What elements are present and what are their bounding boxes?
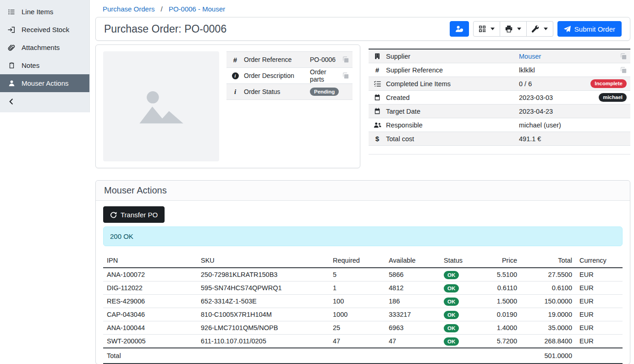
sidebar-item[interactable]: Line Items bbox=[0, 3, 89, 21]
cell-status: OK bbox=[440, 321, 477, 335]
hash-icon: # bbox=[230, 56, 240, 64]
ok-badge: OK bbox=[444, 311, 459, 319]
sign-in-icon bbox=[7, 26, 16, 33]
total-value: 501.0000 bbox=[521, 348, 576, 364]
cell-total: 35.0000 bbox=[521, 321, 576, 335]
copy-icon[interactable] bbox=[620, 53, 627, 60]
main-content: Purchase Orders / PO-0006 - Mouser Purch… bbox=[90, 0, 634, 364]
page-header-panel: Purchase Order: PO-0006 bbox=[95, 17, 630, 41]
cell-sku: 810-C1005X7R1H104M bbox=[197, 308, 329, 321]
detail-value: lklklkl bbox=[519, 66, 617, 74]
copy-icon[interactable] bbox=[620, 67, 627, 73]
cell-total: 19.0000 bbox=[521, 308, 576, 321]
sidebar-item[interactable]: Mouser Actions bbox=[0, 74, 89, 92]
cell-required: 1000 bbox=[329, 308, 385, 321]
ok-badge: OK bbox=[444, 298, 459, 306]
cell-ipn: CAP-043046 bbox=[103, 308, 197, 321]
caret-down-icon bbox=[517, 28, 521, 30]
ok-badge: OK bbox=[444, 324, 459, 332]
ok-badge: OK bbox=[444, 271, 459, 279]
table-row: CAP-043046 810-C1005X7R1H104M 1000 33321… bbox=[103, 308, 623, 321]
table-row: SWT-200005 611-110.107.011/0205 47 47 OK… bbox=[103, 335, 623, 348]
submit-order-button[interactable]: Submit Order bbox=[557, 21, 622, 37]
detail-label: Total cost bbox=[386, 135, 515, 143]
qrcode-icon bbox=[479, 25, 486, 33]
sidebar-collapse-button[interactable] bbox=[0, 92, 89, 110]
sidebar-item-label: Received Stock bbox=[22, 26, 69, 33]
order-detail-table: # Order Reference PO-0006 i Order Descri… bbox=[226, 51, 353, 100]
calendar-icon bbox=[372, 108, 382, 115]
detail-row: # Supplier Reference lklklkl bbox=[369, 63, 630, 77]
cell-ipn: ANA-100044 bbox=[103, 321, 197, 335]
status-badge: Pending bbox=[310, 88, 339, 96]
cell-total: 27.5500 bbox=[521, 268, 576, 281]
detail-row: Completed Line Items 0 / 6 Incomplete bbox=[369, 77, 630, 91]
cell-currency: EUR bbox=[576, 295, 623, 308]
sidebar-item[interactable]: Received Stock bbox=[0, 21, 89, 39]
cell-currency: EUR bbox=[576, 281, 623, 295]
user-shield-icon bbox=[455, 25, 463, 33]
chevron-left-icon bbox=[8, 98, 15, 105]
detail-label: Order Reference bbox=[244, 56, 306, 63]
detail-row: Target Date 2023-04-23 bbox=[369, 105, 630, 118]
sidebar-item[interactable]: Attachments bbox=[0, 39, 89, 56]
paperclip-icon bbox=[7, 44, 16, 51]
transfer-po-label: Transfer PO bbox=[121, 211, 158, 219]
paper-plane-icon bbox=[564, 26, 571, 33]
order-image-placeholder[interactable] bbox=[103, 51, 219, 161]
cell-ipn: DIG-112022 bbox=[103, 281, 197, 295]
toolbar-button-group bbox=[473, 21, 553, 37]
hash-icon: # bbox=[372, 66, 382, 74]
cell-price: 0.6110 bbox=[477, 281, 521, 295]
breadcrumb-link-po-0006[interactable]: PO-0006 - Mouser bbox=[169, 5, 225, 13]
barcode-menu-button[interactable] bbox=[473, 21, 500, 37]
breadcrumb: Purchase Orders / PO-0006 - Mouser bbox=[95, 2, 630, 17]
printer-icon bbox=[505, 25, 513, 33]
status-alert: 200 OK bbox=[103, 226, 623, 246]
user-icon bbox=[7, 80, 16, 87]
table-total-row: Total 501.0000 bbox=[103, 348, 623, 364]
detail-label: Completed Line Items bbox=[386, 80, 515, 88]
cell-status: OK bbox=[440, 281, 477, 295]
image-icon bbox=[134, 79, 188, 133]
options-menu-button[interactable] bbox=[527, 21, 553, 37]
sidebar-nav: Line Items Received Stock Attachments No… bbox=[0, 3, 89, 92]
column-header: IPN bbox=[103, 255, 197, 268]
ok-badge: OK bbox=[444, 337, 459, 346]
building-icon bbox=[372, 53, 382, 60]
line-items-table: IPN SKU Required Available Status Price bbox=[103, 255, 623, 364]
cell-price: 5.5100 bbox=[477, 268, 521, 281]
transfer-po-button[interactable]: Transfer PO bbox=[103, 206, 165, 223]
cell-available: 47 bbox=[385, 335, 440, 348]
cell-ipn: ANA-100072 bbox=[103, 268, 197, 281]
caret-down-icon bbox=[544, 28, 548, 30]
app-layout: Line Items Received Stock Attachments No… bbox=[0, 0, 634, 364]
page-title: Purchase Order: PO-0006 bbox=[104, 23, 226, 35]
cell-available: 5866 bbox=[385, 268, 440, 281]
sidebar-item-label: Line Items bbox=[22, 8, 53, 16]
panel-body: Transfer PO 200 OK IPN SKU bbox=[96, 201, 630, 364]
list-check-icon bbox=[372, 80, 382, 87]
ok-badge: OK bbox=[444, 284, 459, 292]
detail-value: 2023-03-03 bbox=[519, 94, 595, 101]
cell-available: 6963 bbox=[385, 321, 440, 335]
cell-sku: 595-SN74HCS74QPWRQ1 bbox=[197, 281, 329, 295]
wrench-icon bbox=[532, 25, 539, 33]
copy-icon[interactable] bbox=[342, 56, 349, 63]
print-menu-button[interactable] bbox=[500, 21, 527, 37]
detail-row: Responsible michael (user) bbox=[369, 118, 630, 132]
order-detail-card: # Order Reference PO-0006 i Order Descri… bbox=[95, 44, 360, 168]
sidebar-item[interactable]: Notes bbox=[0, 56, 89, 74]
copy-icon[interactable] bbox=[342, 72, 349, 79]
cell-available: 186 bbox=[385, 295, 440, 308]
order-actions-button[interactable] bbox=[450, 21, 469, 37]
sidebar: Line Items Received Stock Attachments No… bbox=[0, 0, 90, 112]
breadcrumb-link-purchase-orders[interactable]: Purchase Orders bbox=[103, 5, 154, 13]
cell-currency: EUR bbox=[576, 321, 623, 335]
detail-value[interactable]: Mouser bbox=[519, 53, 617, 60]
cell-status: OK bbox=[440, 308, 477, 321]
cell-sku: 652-3314Z-1-503E bbox=[197, 295, 329, 308]
clipboard-icon bbox=[7, 62, 16, 69]
cell-price: 0.0190 bbox=[477, 308, 521, 321]
cell-currency: EUR bbox=[576, 335, 623, 348]
